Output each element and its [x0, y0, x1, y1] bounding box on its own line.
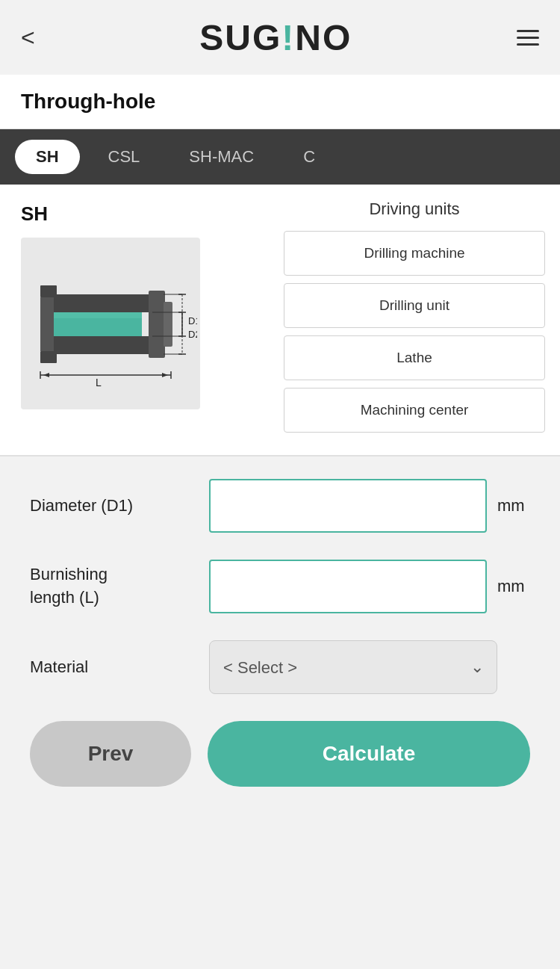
unit-machining-center[interactable]: Machining center: [284, 388, 545, 433]
burnishing-unit: mm: [497, 577, 530, 596]
svg-rect-1: [48, 336, 152, 354]
diagram-container: D1 D2 L: [21, 238, 200, 409]
prev-button[interactable]: Prev: [30, 721, 191, 787]
form-section: Diameter (D1) mm Burnishinglength (L) mm…: [0, 456, 560, 824]
header: < SUG!NO: [0, 0, 560, 75]
page-title-bar: Through-hole: [0, 75, 560, 129]
svg-text:D1: D1: [188, 315, 197, 326]
svg-rect-3: [52, 312, 142, 318]
burnishing-label: Burnishinglength (L): [30, 563, 209, 610]
material-label: Material: [30, 656, 209, 679]
tab-c[interactable]: C: [282, 140, 336, 174]
diameter-label: Diameter (D1): [30, 495, 209, 518]
svg-marker-25: [162, 373, 168, 377]
section-label: SH: [21, 202, 261, 226]
button-row: Prev Calculate: [30, 721, 530, 802]
diameter-input-wrap: mm: [209, 479, 530, 533]
main-content: SH: [0, 185, 560, 456]
logo: SUG!NO: [199, 17, 352, 58]
unit-lathe[interactable]: Lathe: [284, 335, 545, 380]
logo-dot: !: [281, 18, 295, 58]
tab-csl[interactable]: CSL: [87, 140, 161, 174]
svg-rect-5: [164, 302, 172, 347]
diameter-input[interactable]: [209, 479, 487, 533]
svg-rect-7: [40, 351, 57, 363]
back-button[interactable]: <: [21, 24, 35, 52]
svg-text:D2: D2: [188, 329, 197, 340]
svg-rect-0: [48, 294, 152, 312]
material-select-wrapper: < Select > ⌄: [209, 640, 497, 694]
svg-rect-8: [40, 297, 54, 351]
unit-drilling-machine[interactable]: Drilling machine: [284, 231, 545, 276]
svg-text:L: L: [96, 377, 102, 388]
diagram-svg: D1 D2 L: [33, 250, 197, 399]
svg-rect-6: [40, 285, 57, 297]
tab-sh[interactable]: SH: [15, 140, 80, 174]
diameter-row: Diameter (D1) mm: [30, 479, 530, 533]
tab-sh-mac[interactable]: SH-MAC: [168, 140, 275, 174]
diameter-unit: mm: [497, 496, 530, 516]
logo-text: SUG!NO: [199, 17, 352, 58]
page-title: Through-hole: [21, 90, 539, 114]
material-select[interactable]: < Select >: [209, 640, 497, 694]
menu-button[interactable]: [517, 30, 539, 46]
burnishing-input[interactable]: [209, 560, 487, 613]
tab-bar: SH CSL SH-MAC C: [0, 129, 560, 185]
diagram-panel: SH: [0, 185, 276, 455]
burnishing-row: Burnishinglength (L) mm: [30, 560, 530, 613]
svg-rect-4: [149, 291, 165, 358]
driving-units-title: Driving units: [284, 199, 545, 219]
calculate-button[interactable]: Calculate: [208, 721, 530, 787]
material-row: Material < Select > ⌄: [30, 640, 530, 694]
burnishing-input-wrap: mm: [209, 560, 530, 613]
unit-drilling-unit[interactable]: Drilling unit: [284, 283, 545, 328]
svg-marker-24: [43, 373, 49, 377]
units-panel: Driving units Drilling machine Drilling …: [276, 185, 560, 455]
